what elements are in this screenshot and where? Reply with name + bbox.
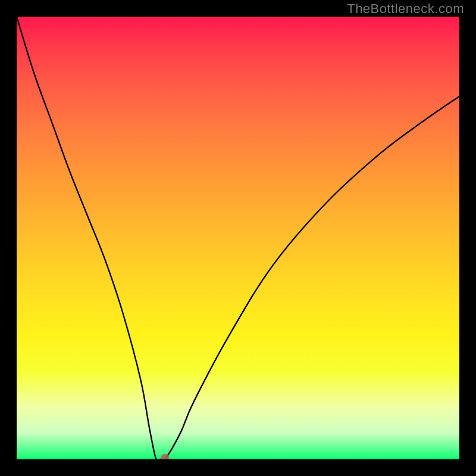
bottleneck-curve (17, 17, 459, 459)
curve-svg (17, 17, 459, 459)
chart-frame: TheBottleneck.com (0, 0, 476, 476)
watermark-text: TheBottleneck.com (347, 1, 464, 17)
plot-area (17, 17, 459, 459)
